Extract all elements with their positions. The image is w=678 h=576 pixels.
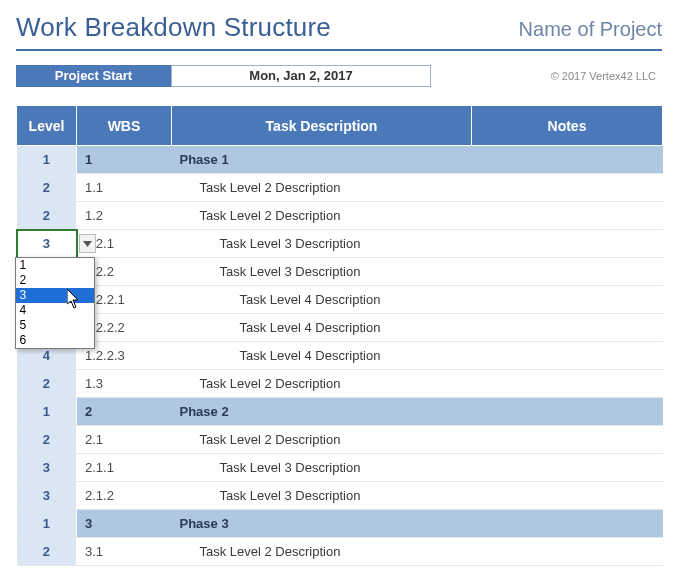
wbs-cell[interactable]: 2.1.2 bbox=[77, 482, 172, 510]
task-cell[interactable]: Task Level 2 Description bbox=[172, 426, 472, 454]
notes-cell[interactable] bbox=[472, 426, 663, 454]
wbs-table: Level WBS Task Description Notes 11Phase… bbox=[16, 105, 663, 566]
table-row: 13Phase 3 bbox=[17, 510, 663, 538]
wbs-cell[interactable]: 1.1 bbox=[77, 174, 172, 202]
task-cell[interactable]: Task Level 2 Description bbox=[172, 174, 472, 202]
level-cell[interactable]: 2 bbox=[17, 426, 77, 454]
notes-cell[interactable] bbox=[472, 482, 663, 510]
page-title: Work Breakdown Structure bbox=[16, 12, 331, 43]
level-cell[interactable]: 1 bbox=[17, 398, 77, 426]
dropdown-option[interactable]: 4 bbox=[16, 303, 94, 318]
notes-cell[interactable] bbox=[472, 454, 663, 482]
wbs-cell[interactable]: 1 bbox=[77, 146, 172, 174]
task-cell[interactable]: Phase 3 bbox=[172, 510, 472, 538]
task-cell[interactable]: Phase 1 bbox=[172, 146, 472, 174]
task-cell[interactable]: Task Level 4 Description bbox=[172, 342, 472, 370]
col-notes: Notes bbox=[472, 106, 663, 146]
dropdown-option[interactable]: 2 bbox=[16, 273, 94, 288]
level-cell[interactable]: 3 bbox=[17, 454, 77, 482]
table-row: 31234561.2.1Task Level 3 Description bbox=[17, 230, 663, 258]
level-cell[interactable]: 1 bbox=[17, 510, 77, 538]
table-row: 32.1.1Task Level 3 Description bbox=[17, 454, 663, 482]
level-dropdown[interactable]: 123456 bbox=[15, 257, 95, 349]
wbs-cell[interactable]: 1.3 bbox=[77, 370, 172, 398]
task-cell[interactable]: Task Level 4 Description bbox=[172, 314, 472, 342]
notes-cell[interactable] bbox=[472, 342, 663, 370]
level-cell[interactable]: 2 bbox=[17, 202, 77, 230]
level-cell[interactable]: 1 bbox=[17, 146, 77, 174]
project-start-input[interactable]: Mon, Jan 2, 2017 bbox=[171, 65, 431, 87]
task-cell[interactable]: Task Level 2 Description bbox=[172, 202, 472, 230]
task-cell[interactable]: Task Level 4 Description bbox=[172, 286, 472, 314]
table-row: 22.1Task Level 2 Description bbox=[17, 426, 663, 454]
table-row: 21.2Task Level 2 Description bbox=[17, 202, 663, 230]
level-cell[interactable]: 2 bbox=[17, 370, 77, 398]
level-cell[interactable]: 3 bbox=[17, 482, 77, 510]
notes-cell[interactable] bbox=[472, 314, 663, 342]
dropdown-option[interactable]: 6 bbox=[16, 333, 94, 348]
chevron-down-icon bbox=[83, 241, 92, 247]
task-cell[interactable]: Phase 2 bbox=[172, 398, 472, 426]
notes-cell[interactable] bbox=[472, 538, 663, 566]
table-row: 11Phase 1 bbox=[17, 146, 663, 174]
task-cell[interactable]: Task Level 3 Description bbox=[172, 482, 472, 510]
notes-cell[interactable] bbox=[472, 370, 663, 398]
col-task: Task Description bbox=[172, 106, 472, 146]
notes-cell[interactable] bbox=[472, 202, 663, 230]
table-row: 32.1.2Task Level 3 Description bbox=[17, 482, 663, 510]
copyright: © 2017 Vertex42 LLC bbox=[551, 70, 662, 82]
dropdown-option[interactable]: 5 bbox=[16, 318, 94, 333]
dropdown-option[interactable]: 1 bbox=[16, 258, 94, 273]
wbs-cell[interactable]: 2.1.1 bbox=[77, 454, 172, 482]
table-row: 23.1Task Level 2 Description bbox=[17, 538, 663, 566]
notes-cell[interactable] bbox=[472, 510, 663, 538]
table-header-row: Level WBS Task Description Notes bbox=[17, 106, 663, 146]
dropdown-handle[interactable] bbox=[79, 234, 96, 253]
title-row: Work Breakdown Structure Name of Project bbox=[16, 12, 662, 51]
notes-cell[interactable] bbox=[472, 286, 663, 314]
table-row: 41.2.2.1Task Level 4 Description bbox=[17, 286, 663, 314]
wbs-cell[interactable]: 2.1 bbox=[77, 426, 172, 454]
wbs-cell[interactable]: 3.1 bbox=[77, 538, 172, 566]
wbs-cell[interactable]: 1.2 bbox=[77, 202, 172, 230]
dropdown-option[interactable]: 3 bbox=[16, 288, 94, 303]
task-cell[interactable]: Task Level 3 Description bbox=[172, 230, 472, 258]
table-row: 31.2.2Task Level 3 Description bbox=[17, 258, 663, 286]
notes-cell[interactable] bbox=[472, 230, 663, 258]
notes-cell[interactable] bbox=[472, 174, 663, 202]
project-start-label: Project Start bbox=[16, 65, 171, 87]
table-row: 41.2.2.3Task Level 4 Description bbox=[17, 342, 663, 370]
notes-cell[interactable] bbox=[472, 146, 663, 174]
table-row: 21.3Task Level 2 Description bbox=[17, 370, 663, 398]
level-cell[interactable]: 2 bbox=[17, 174, 77, 202]
task-cell[interactable]: Task Level 2 Description bbox=[172, 370, 472, 398]
wbs-cell[interactable]: 2 bbox=[77, 398, 172, 426]
task-cell[interactable]: Task Level 3 Description bbox=[172, 454, 472, 482]
task-cell[interactable]: Task Level 3 Description bbox=[172, 258, 472, 286]
task-cell[interactable]: Task Level 2 Description bbox=[172, 538, 472, 566]
level-cell[interactable]: 2 bbox=[17, 538, 77, 566]
wbs-cell[interactable]: 3 bbox=[77, 510, 172, 538]
table-row: 12Phase 2 bbox=[17, 398, 663, 426]
notes-cell[interactable] bbox=[472, 258, 663, 286]
meta-row: Project Start Mon, Jan 2, 2017 © 2017 Ve… bbox=[16, 65, 662, 87]
level-cell[interactable]: 3123456 bbox=[17, 230, 77, 258]
col-level: Level bbox=[17, 106, 77, 146]
notes-cell[interactable] bbox=[472, 398, 663, 426]
project-name: Name of Project bbox=[519, 18, 662, 41]
table-row: 41.2.2.2Task Level 4 Description bbox=[17, 314, 663, 342]
col-wbs: WBS bbox=[77, 106, 172, 146]
table-row: 21.1Task Level 2 Description bbox=[17, 174, 663, 202]
